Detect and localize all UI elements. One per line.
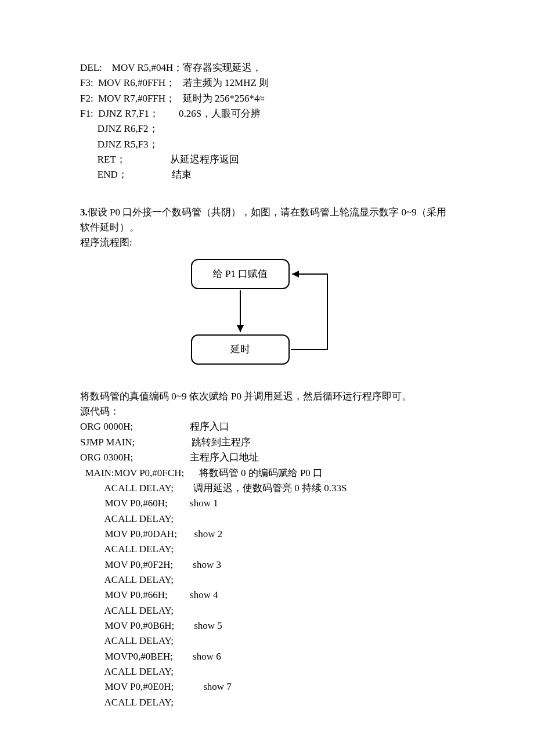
code-line: ACALL DELAY; [80,664,453,679]
code-line: MOV P0,#66H; show 4 [80,588,453,603]
code-line: END； 结束 [80,167,453,182]
code-line: RET； 从延迟程序返回 [80,152,453,167]
code-line: MOV P0,#0E0H; show 7 [80,679,453,694]
code-block-2: ORG 0000H; 程序入口 SJMP MAIN; 跳转到主程序 ORG 03… [80,419,453,710]
code-line: DEL: MOV R5,#04H；寄存器实现延迟， [80,60,453,75]
code-line: ACALL DELAY; 调用延迟，使数码管亮 0 持续 0.33S [80,481,453,496]
code-line: MOV P0,#0F2H; show 3 [80,557,453,573]
code-line: ACALL DELAY; [80,603,453,618]
code-line: ACALL DELAY; [80,512,453,527]
code-line: ACALL DELAY; [80,695,453,710]
code-line: ACALL DELAY; [80,542,453,557]
page-container: DEL: MOV R5,#04H；寄存器实现延迟， F3: MOV R6,#0F… [0,0,534,756]
code-line: F1: DJNZ R7,F1； 0.26S，人眼可分辨 [80,106,453,121]
code-line: MOV P0,#0DAH; show 2 [80,527,453,542]
question-3: 3.假设 P0 口外接一个数码管（共阴），如图，请在数码管上轮流显示数字 0~9… [80,205,453,236]
flowchart: 给 P1 口赋值 延时 [179,254,353,382]
code-line: MOV P0,#0B6H; show 5 [80,618,453,633]
code-line: DJNZ R5,F3； [80,137,453,152]
question-text: 假设 P0 口外接一个数码管（共阴），如图，请在数码管上轮流显示数字 0~9（采… [80,207,446,233]
code-line: MOV P0,#60H; show 1 [80,496,453,511]
code-line: DJNZ R6,F2； [80,121,453,136]
flowchart-label: 程序流程图: [80,235,453,250]
question-number: 3. [80,207,88,218]
code-line: SJMP MAIN; 跳转到主程序 [80,435,453,450]
code-line: ACALL DELAY; [80,633,453,649]
code-line: F2: MOV R7,#0FFH； 延时为 256*256*4≈ [80,91,453,106]
code-block-1: DEL: MOV R5,#04H；寄存器实现延迟， F3: MOV R6,#0F… [80,60,453,183]
code-line: ORG 0000H; 程序入口 [80,419,453,434]
code-line: ORG 0300H; 主程序入口地址 [80,450,453,465]
flowchart-arrows [179,254,353,382]
code-line: MOVP0,#0BEH; show 6 [80,649,453,664]
code-line: ACALL DELAY; [80,573,453,588]
code-line: MAIN:MOV P0,#0FCH; 将数码管 0 的编码赋给 P0 口 [80,466,453,481]
source-code-label: 源代码： [80,404,453,419]
code-line: F3: MOV R6,#0FFH； 若主频为 12MHZ 则 [80,75,453,91]
explanation-text: 将数码管的真值编码 0~9 依次赋给 P0 并调用延迟，然后循环运行程序即可。 [80,389,453,404]
